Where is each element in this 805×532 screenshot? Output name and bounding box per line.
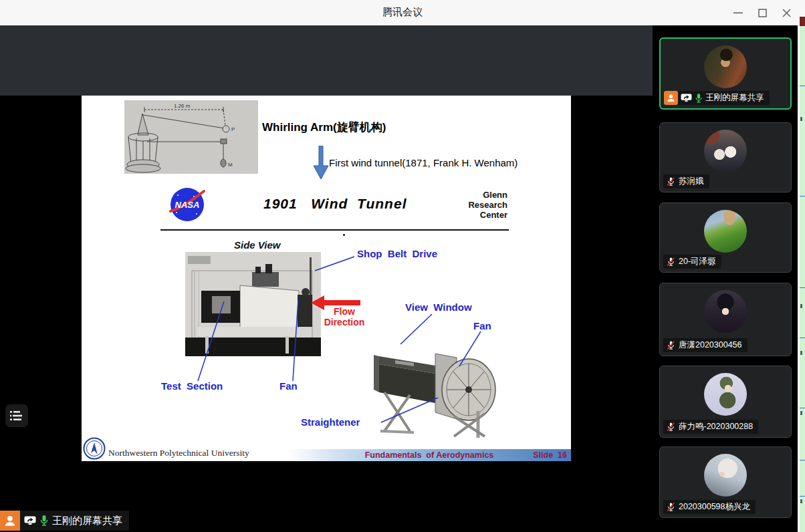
avatar — [704, 210, 747, 253]
share-indicator-label: 王刚的屏幕共享 — [52, 515, 122, 527]
header-rule — [160, 229, 509, 231]
mic-muted-icon — [666, 176, 676, 186]
npu-logo — [83, 437, 106, 460]
participant-name-bar: 薛力鸣-2020300288 — [663, 420, 758, 434]
host-badge-icon — [664, 91, 678, 105]
list-icon — [10, 410, 23, 421]
participant-tile-surune[interactable]: 苏润娥 — [659, 122, 792, 192]
label-straightener: Straightener — [301, 416, 360, 428]
window-title: 腾讯会议 — [0, 6, 805, 19]
mic-on-icon — [695, 93, 703, 104]
slide-title: 1901 Wind Tunnel — [263, 196, 407, 212]
meeting-main-area: 1.26 m P M Whirling Arm(旋臂 — [0, 25, 805, 532]
participant-tile-yangxinglong[interactable]: 2020300598杨兴龙 — [659, 446, 792, 518]
background-window-edge — [800, 17, 805, 532]
maximize-icon[interactable] — [750, 0, 774, 25]
minimize-icon[interactable] — [726, 0, 750, 25]
avatar — [704, 130, 747, 172]
screen-share-icon — [24, 516, 36, 525]
participant-tile-tangxiao[interactable]: 唐潇2020300456 — [659, 283, 792, 356]
host-badge-icon — [0, 511, 20, 531]
participant-name: 唐潇2020300456 — [679, 340, 742, 351]
footer-course-title: Fundamentals of Aerodynamics — [365, 450, 494, 460]
mic-muted-icon — [666, 422, 676, 432]
share-indicator: 王刚的屏幕共享 — [0, 511, 129, 531]
point-p-label: P — [231, 126, 235, 132]
stray-mark — [343, 234, 345, 236]
immersive-list-toggle[interactable] — [5, 404, 28, 427]
participant-tile-xueliming[interactable]: 薛力鸣-2020300288 — [659, 366, 792, 438]
label-shop-belt-drive: Shop Belt Drive — [357, 248, 437, 259]
participant-name-bar: 苏润娥 — [663, 174, 709, 188]
first-wind-tunnel-text: First wind tunnel(1871, Frank H. Wenham) — [329, 157, 518, 168]
down-arrow-icon — [313, 146, 329, 180]
participant-tile-sizeyuan[interactable]: 20-司泽塬 — [659, 203, 792, 273]
presentation-slide: 1.26 m P M Whirling Arm(旋臂 — [82, 96, 571, 461]
label-fan-left: Fan — [279, 380, 298, 392]
avatar — [704, 373, 747, 416]
nasa-logo-text: NASA — [175, 200, 200, 210]
close-icon[interactable] — [774, 0, 798, 25]
footer-slide-number: Slide 16 — [533, 450, 567, 460]
nasa-logo: NASA — [168, 187, 206, 223]
window-controls — [726, 0, 798, 25]
participant-name: 20-司泽塬 — [679, 256, 716, 267]
screen-share-icon — [681, 94, 692, 102]
avatar — [704, 454, 747, 497]
whirling-arm-figure: 1.26 m P M — [124, 100, 258, 174]
label-view-window: View Window — [405, 301, 472, 313]
tunnel-side-view-photo — [185, 252, 321, 356]
footer-university: Northwestern Polytechnical University — [108, 448, 249, 458]
avatar — [704, 290, 747, 333]
label-test-section: Test Section — [161, 380, 223, 392]
avatar — [704, 45, 747, 88]
slide-footer-bar: Fundamentals of Aerodynamics Slide 16 — [288, 449, 571, 461]
participant-tile-wanggang[interactable]: 王刚的屏幕共享 — [659, 37, 792, 110]
mic-on-icon — [39, 515, 49, 527]
shared-screen-top-band — [0, 25, 653, 96]
participant-name-bar: 2020300598杨兴龙 — [663, 500, 756, 514]
dimension-label: 1.26 m — [174, 103, 191, 109]
side-view-caption: Side View — [234, 239, 280, 251]
participant-name-bar: 王刚的屏幕共享 — [664, 91, 770, 105]
tunnel-fan-photo — [371, 331, 501, 439]
participant-name: 2020300598杨兴龙 — [679, 501, 750, 513]
weight-m-label: M — [228, 162, 233, 168]
glenn-research-center: Glenn Research Center — [446, 190, 507, 220]
participant-name-bar: 唐潇2020300456 — [663, 338, 748, 352]
titlebar: 腾讯会议 — [0, 0, 805, 25]
label-fan-right: Fan — [473, 320, 491, 331]
mic-muted-icon — [666, 257, 676, 267]
tencent-meeting-window: 腾讯会议 1.26 m — [0, 0, 805, 532]
participant-name: 王刚的屏幕共享 — [705, 92, 764, 104]
flow-direction-label: Flow Direction — [317, 306, 372, 327]
participant-name: 苏润娥 — [679, 176, 704, 187]
whirling-arm-heading: Whirling Arm(旋臂机构) — [262, 120, 386, 135]
participant-name: 薛力鸣-2020300288 — [679, 421, 753, 432]
mic-muted-icon — [666, 502, 676, 512]
participant-name-bar: 20-司泽塬 — [663, 255, 721, 269]
background-window-mark — [800, 17, 805, 26]
mic-muted-icon — [666, 340, 676, 350]
participants-panel: 王刚的屏幕共享 苏润娥 — [653, 25, 798, 532]
